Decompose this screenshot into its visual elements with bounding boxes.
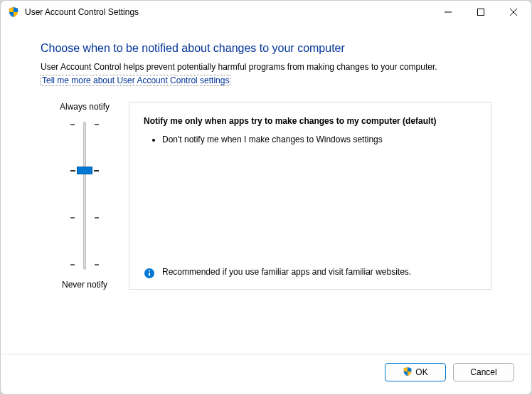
slider-thumb[interactable] <box>77 167 92 174</box>
recommendation-row: Recommended if you use familiar apps and… <box>144 267 477 279</box>
notification-info-box: Notify me only when apps try to make cha… <box>129 102 491 290</box>
dialog-footer: OK Cancel <box>1 354 531 394</box>
info-bullets: Don't notify me when I make changes to W… <box>144 134 477 146</box>
svg-rect-5 <box>149 273 150 276</box>
slider-tick <box>70 264 75 265</box>
slider-bottom-label: Never notify <box>62 280 107 290</box>
page-description: User Account Control helps prevent poten… <box>41 62 491 72</box>
svg-point-6 <box>149 270 150 271</box>
titlebar: User Account Control Settings <box>1 1 531 23</box>
svg-rect-1 <box>478 9 484 16</box>
recommendation-text: Recommended if you use familiar apps and… <box>162 267 411 277</box>
slider-tick <box>70 124 75 125</box>
minimize-button[interactable] <box>432 1 464 23</box>
cancel-button[interactable]: Cancel <box>453 363 514 381</box>
slider-tick <box>95 124 99 125</box>
info-bullet: Don't notify me when I make changes to W… <box>162 134 477 146</box>
uac-slider[interactable] <box>63 117 106 274</box>
ok-label: OK <box>415 367 427 377</box>
thumb-dash <box>94 170 99 172</box>
slider-top-label: Always notify <box>60 102 110 112</box>
slider-track <box>83 122 86 270</box>
page-heading: Choose when to be notified about changes… <box>41 42 491 55</box>
shield-icon <box>8 6 19 18</box>
info-title: Notify me only when apps try to make cha… <box>144 115 477 127</box>
learn-more-link[interactable]: Tell me more about User Account Control … <box>41 75 230 86</box>
info-icon <box>144 268 155 279</box>
thumb-dash <box>70 170 75 172</box>
shield-icon <box>403 367 413 379</box>
uac-settings-window: User Account Control Settings Choose whe… <box>0 0 532 395</box>
window-controls <box>432 1 530 23</box>
slider-tick <box>95 264 99 265</box>
maximize-button[interactable] <box>464 1 497 23</box>
slider-tick <box>95 217 99 218</box>
slider-column: Always notify Never notify <box>41 102 129 290</box>
cancel-label: Cancel <box>470 367 496 377</box>
window-title: User Account Control Settings <box>25 7 432 17</box>
slider-tick <box>70 217 75 218</box>
content-area: Choose when to be notified about changes… <box>1 23 531 354</box>
slider-section: Always notify Never notify <box>41 102 491 290</box>
ok-button[interactable]: OK <box>385 363 446 381</box>
close-button[interactable] <box>497 1 530 23</box>
